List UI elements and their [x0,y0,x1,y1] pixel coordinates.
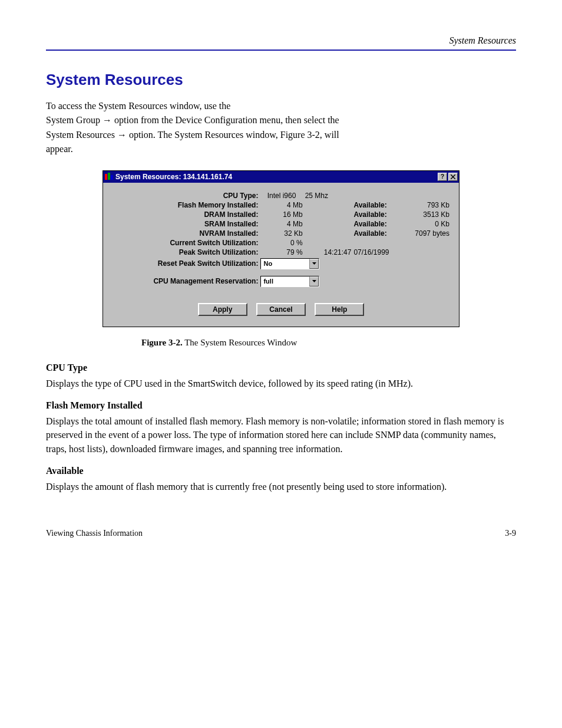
row-cpu-type: CPU Type: Intel i960 25 Mhz [111,191,451,200]
svg-marker-5 [312,262,316,265]
label-available: Available: [352,229,401,238]
value-cur-util: 0 % [259,238,303,248]
label-sram: SRAM Installed: [111,219,259,229]
desc-head-flash: Flash Memory Installed [46,398,516,412]
intro-line: System Group → option from the Device Co… [46,114,516,127]
app-icon [105,173,113,181]
cancel-button[interactable]: Cancel [256,303,306,316]
value-cpu-model: Intel i960 [259,191,303,200]
svg-rect-2 [111,175,113,180]
row-dram: DRAM Installed: 16 Mb Available: 3513 Kb [111,210,451,219]
label-dram: DRAM Installed: [111,210,259,219]
fields-table: CPU Type: Intel i960 25 Mhz Flash Memory… [111,191,451,288]
value-nvram-available: 7097 bytes [402,229,451,238]
system-resources-dialog: System Resources: 134.141.161.74 ? CPU T… [103,170,459,327]
row-cur-util: Current Switch Utilization: 0 % [111,238,451,248]
cpu-mgmt-value: full [261,278,309,285]
label-cur-util: Current Switch Utilization: [111,238,259,248]
desc-body-flash: Displays the total amount of installed f… [46,414,516,456]
row-reset-peak: Reset Peak Switch Utilization: No [111,257,451,270]
intro-line: To access the System Resources window, u… [46,100,516,113]
value-sram-available: 0 Kb [402,219,451,229]
value-cpu-speed: 25 Mhz [304,191,353,200]
svg-marker-6 [312,280,316,282]
label-cpu-type: CPU Type: [111,191,259,200]
desc-body-available: Displays the amount of flash memory that… [46,480,516,493]
row-flash: Flash Memory Installed: 4 Mb Available: … [111,200,451,210]
dialog-button-row: Apply Cancel Help [111,303,451,316]
row-sram: SRAM Installed: 4 Mb Available: 0 Kb [111,219,451,229]
section-heading: System Resources [46,71,516,89]
intro-paragraph: To access the System Resources window, u… [46,100,516,156]
figure-title: The System Resources Window [183,338,297,347]
value-peak-util-date: 07/16/1999 [352,248,401,257]
label-available: Available: [352,210,401,219]
reset-peak-select[interactable]: No [260,258,319,269]
label-cpu-mgmt: CPU Management Reservation: [111,275,259,288]
row-cpu-mgmt: CPU Management Reservation: full [111,275,451,288]
help-button-icon[interactable]: ? [438,173,447,181]
desc-head-cpu: CPU Type [46,361,516,374]
dropdown-icon[interactable] [309,276,319,286]
titlebar[interactable]: System Resources: 134.141.161.74 ? [103,171,459,183]
dialog-body: CPU Type: Intel i960 25 Mhz Flash Memory… [103,183,459,327]
value-dram-installed: 16 Mb [259,210,303,219]
cpu-mgmt-select[interactable]: full [260,276,319,287]
help-button[interactable]: Help [315,303,364,316]
figure-number: Figure 3-2. [141,338,183,347]
label-available: Available: [352,219,401,229]
desc-head-available: Available [46,464,516,477]
value-flash-installed: 4 Mb [259,200,303,210]
value-nvram-installed: 32 Kb [259,229,303,238]
page-footer: Viewing Chassis Information 3-9 [46,529,516,538]
svg-rect-1 [108,173,110,180]
label-peak-util: Peak Switch Utilization: [111,248,259,257]
reset-peak-value: No [261,260,309,267]
label-flash: Flash Memory Installed: [111,200,259,210]
value-peak-util-pct: 79 % [259,248,303,257]
apply-button[interactable]: Apply [198,303,247,316]
desc-body-cpu: Displays the type of CPU used in the Sma… [46,377,516,390]
row-peak-util: Peak Switch Utilization: 79 % 14:21:47 0… [111,248,451,257]
figure-caption: Figure 3-2. The System Resources Window [141,338,516,348]
field-descriptions: CPU Type Displays the type of CPU used i… [46,361,516,494]
value-flash-available: 793 Kb [402,200,451,210]
footer-left: Viewing Chassis Information [46,529,143,538]
label-reset-peak: Reset Peak Switch Utilization: [111,257,259,270]
close-icon[interactable] [448,173,458,181]
row-nvram: NVRAM Installed: 32 Kb Available: 7097 b… [111,229,451,238]
dialog-title: System Resources: 134.141.161.74 [115,173,437,181]
svg-rect-0 [105,174,107,180]
label-nvram: NVRAM Installed: [111,229,259,238]
intro-line: System Resources → option. The System Re… [46,129,516,141]
value-sram-installed: 4 Mb [259,219,303,229]
page-header-topic: System Resources [46,35,516,46]
page: System Resources System Resources To acc… [0,0,562,562]
footer-right: 3-9 [505,529,516,538]
dropdown-icon[interactable] [309,259,319,269]
label-available: Available: [352,200,401,210]
intro-line: appear. [46,143,516,156]
header-rule [46,50,516,51]
value-dram-available: 3513 Kb [402,210,451,219]
value-peak-util-time: 14:21:47 [304,248,353,257]
